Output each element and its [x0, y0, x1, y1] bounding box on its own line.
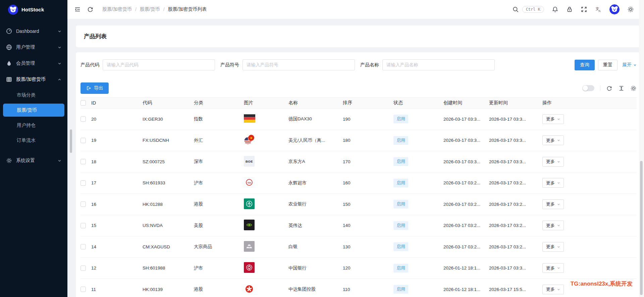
table-grid-icon [6, 76, 12, 82]
status-badge: 启用 [393, 221, 408, 230]
sidebar-item-dashboard[interactable]: Dashboard [0, 23, 67, 39]
table-toggle-switch[interactable] [582, 85, 594, 91]
menu-fold-icon[interactable] [74, 6, 81, 13]
translate-icon[interactable]: 文A [595, 6, 602, 13]
reset-button[interactable]: 重置 [598, 60, 618, 70]
refresh-icon[interactable] [87, 6, 94, 13]
cell-updated-time: 2026-03-17 15:5... [489, 287, 542, 292]
search-button[interactable]: 查询 [575, 60, 595, 70]
more-button[interactable]: 更多 [542, 157, 564, 167]
cell-updated-time: 2026-03-17 03:3... [489, 265, 542, 271]
cell-name: 德国DAX30 [288, 116, 343, 122]
cell-id: 11 [91, 287, 143, 292]
cell-category: 港股 [194, 201, 244, 207]
sidebar-item-user-management[interactable]: 用户管理 [0, 39, 67, 55]
cell-updated-time: 2026-03-17 03:2... [489, 180, 542, 185]
row-checkbox[interactable] [80, 138, 86, 143]
svg-text:BOE: BOE [246, 159, 253, 163]
more-button[interactable]: 更多 [542, 114, 564, 124]
fullscreen-icon[interactable] [581, 6, 587, 13]
more-button[interactable]: 更多 [542, 199, 564, 209]
svg-text:★: ★ [250, 136, 253, 140]
cell-id: 20 [91, 117, 143, 122]
product-table: ID 代码 分类 图片 名称 排序 状态 创建时间 更新时间 操作 20 IX:… [80, 97, 637, 297]
status-badge: 启用 [393, 136, 408, 145]
sidebar-item-label: 股票/加密货币 [16, 76, 54, 82]
usd-cny-flags-icon: ★ [244, 134, 255, 145]
sidebar-item-system-settings[interactable]: 系统设置 [0, 153, 67, 169]
topbar: 股票/加密货币 / 股票/货币 / 股票/加密货币列表 Ctrl K 文A [67, 0, 644, 19]
cell-name: 英伟达 [288, 223, 343, 229]
more-button[interactable]: 更多 [542, 178, 564, 188]
cell-code: CM:XAGUSD [143, 244, 194, 249]
product-code-input[interactable] [103, 59, 215, 70]
more-button[interactable]: 更多 [542, 242, 564, 252]
product-name-input[interactable] [382, 59, 495, 70]
lock-icon[interactable] [566, 6, 573, 13]
row-checkbox[interactable] [80, 287, 86, 292]
user-avatar[interactable] [609, 4, 620, 14]
cell-code: HK:01288 [143, 202, 194, 207]
cell-name: 京东方A [288, 159, 343, 165]
silver-ingots-icon [244, 241, 255, 252]
chevron-down-icon [557, 139, 560, 142]
cell-updated-time: 2026-03-17 03:2... [489, 223, 542, 228]
bell-icon[interactable] [552, 6, 558, 13]
row-checkbox[interactable] [80, 201, 86, 207]
more-button[interactable]: 更多 [542, 285, 564, 294]
cell-updated-time: 2026-03-17 03:3... [489, 138, 542, 143]
cell-name: 美元/人民币（离... [288, 137, 343, 143]
breadcrumb-item[interactable]: 股票/货币 [140, 6, 160, 12]
product-symbol-input[interactable] [243, 59, 355, 70]
sidebar-scrollbar-thumb[interactable] [70, 129, 72, 153]
column-settings-gear-icon[interactable] [630, 85, 637, 92]
window-scrollbar [639, 0, 644, 297]
row-checkbox[interactable] [80, 244, 86, 249]
export-icon [86, 85, 91, 91]
column-header-code: 代码 [143, 100, 194, 106]
sidebar-subitem-stocks-currency[interactable]: 股票/货币 [3, 104, 64, 117]
more-button[interactable]: 更多 [542, 221, 564, 230]
table-refresh-icon[interactable] [606, 85, 612, 92]
cell-sort: 110 [343, 287, 393, 292]
window-scrollbar-thumb[interactable] [640, 161, 643, 295]
germany-flag-icon [244, 114, 255, 123]
table-row: 11 HK:00139 港股 中达集团控股 110 启用 2026-01-12 … [80, 279, 637, 297]
sidebar-item-label: Dashboard [16, 28, 54, 34]
export-button[interactable]: 导出 [80, 82, 109, 94]
column-header-id: ID [91, 100, 143, 106]
settings-gear-icon[interactable] [627, 6, 634, 13]
search-shortcut-badge[interactable]: Ctrl K [522, 6, 544, 13]
cell-sort: 160 [343, 180, 393, 185]
sidebar-item-stocks-crypto[interactable]: 股票/加密货币 [0, 71, 67, 87]
sidebar-item-member-management[interactable]: 会员管理 [0, 55, 67, 71]
cell-created-time: 2026-03-17 03:3... [443, 138, 489, 143]
row-checkbox[interactable] [80, 223, 86, 228]
chevron-down-icon [557, 266, 560, 270]
boc-logo-icon [244, 262, 255, 273]
column-header-sort: 排序 [343, 100, 393, 106]
chevron-down-icon [557, 224, 560, 227]
sidebar-subitem-market-category[interactable]: 市场分类 [0, 87, 67, 103]
more-button[interactable]: 更多 [542, 135, 564, 145]
row-density-icon[interactable] [618, 85, 625, 92]
row-checkbox[interactable] [80, 265, 86, 271]
cell-sort: 150 [343, 202, 393, 207]
chevron-up-icon [58, 78, 61, 81]
sidebar-subitem-order-flow[interactable]: 订单流水 [0, 133, 67, 148]
sidebar-subitem-user-positions[interactable]: 用户持仓 [0, 118, 67, 133]
expand-link[interactable]: 展开 [622, 62, 637, 68]
page-title: 产品列表 [84, 33, 107, 40]
title-card: 产品列表 [76, 25, 641, 47]
chevron-down-icon [58, 62, 61, 65]
select-all-checkbox[interactable] [80, 100, 86, 106]
row-checkbox[interactable] [80, 180, 86, 186]
search-icon[interactable] [512, 6, 519, 13]
filter-label-name: 产品名称 [360, 62, 379, 68]
breadcrumb-item[interactable]: 股票/加密货币 [102, 6, 132, 12]
chevron-down-icon [58, 29, 61, 33]
row-checkbox[interactable] [80, 116, 86, 122]
row-checkbox[interactable] [80, 159, 86, 164]
more-button[interactable]: 更多 [542, 263, 564, 273]
cell-id: 16 [91, 202, 143, 207]
